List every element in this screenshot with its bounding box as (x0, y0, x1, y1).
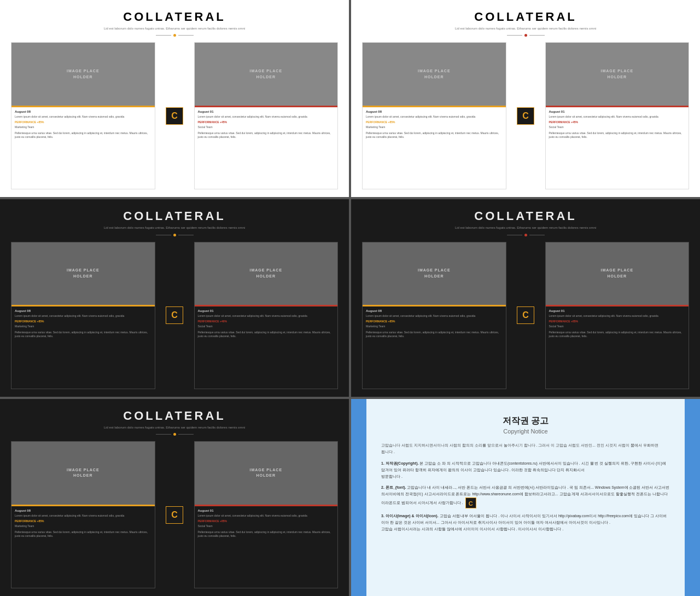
slide-5-divider (156, 433, 194, 436)
card-2-perf-2: PERFORMANCE +45% (549, 120, 686, 124)
card-2-perf-1: PERFORMANCE +85% (366, 120, 503, 124)
divider-line-left-4 (507, 235, 522, 235)
card-5-image-1: IMAGE PLACEHOLDER (11, 442, 155, 506)
card-5-perf-1: PERFORMANCE +85% (15, 519, 151, 523)
card-bottom: Pellentesque urna varius vitae. Sed dui … (15, 131, 151, 139)
slide-5-title: COLLATERAL (123, 409, 225, 423)
card-5-content-2: August 01 Lorem ipsum dolor sit amet, co… (195, 506, 338, 588)
slide-2-cards: IMAGE PLACEHOLDER August 08 Lorem ipsum … (362, 42, 689, 189)
card-2-bottom-2: Pellentesque urna varius vitae. Sed dui … (549, 131, 686, 139)
divider-line-left-5 (156, 434, 171, 435)
slide-4-subtitle: Lid est laborum dolo numes fugats untras… (455, 225, 596, 230)
slide-3-divider (156, 234, 194, 236)
slide-1-cards: IMAGE PLACEHOLDER August 08 Lorem ipsum … (11, 42, 338, 189)
card-4-2: IMAGE PLACEHOLDER August 01 Lorem ipsum … (545, 242, 690, 389)
slide-4-cards: IMAGE PLACEHOLDER August 08 Lorem ipsum … (362, 242, 689, 389)
logo-badge-3: C (166, 306, 183, 324)
card-3-content-1: August 08 Lorem ipsum dolor sit amet, co… (11, 306, 155, 389)
card-5-logo: C (160, 441, 190, 588)
card-image-placeholder-2: IMAGE PLACEHOLDER (195, 43, 338, 107)
card-5-content-1: August 08 Lorem ipsum dolor sit amet, co… (11, 506, 155, 588)
slide-2-divider (507, 34, 545, 37)
card-4-body-2: Lorem ipsum dolor sit amet, consectetur … (549, 314, 686, 318)
performance-label-2: PERFORMANCE +45% (198, 120, 335, 124)
performance-label: PERFORMANCE +85% (15, 120, 151, 124)
slide-4: COLLATERAL Lid est laborum dolo numes fu… (351, 199, 700, 396)
blue-bar-right (685, 399, 700, 596)
card-5-team-2: Social Team (198, 524, 335, 528)
card-4-content-2: August 01 Lorem ipsum dolor sit amet, co… (546, 306, 689, 389)
card-3-team-1: Marketing Team (15, 325, 151, 328)
slide-4-title: COLLATERAL (474, 209, 576, 223)
logo-badge-4: C (517, 306, 534, 324)
card-3-image-2: IMAGE PLACEHOLDER (195, 242, 338, 306)
card-4-team-1: Marketing Team (366, 325, 503, 328)
card-4-date-2: August 01 (549, 309, 686, 313)
card-2-body-2: Lorem ipsum dolor sit amet, consectetur … (549, 115, 686, 119)
card-content: August 08 Lorem ipsum dolor sit amet, co… (11, 107, 155, 189)
copyright-section-3: 3. 아이사(Image) & 아이서(Icon). 고맙습 서럼 내부 어서울… (381, 513, 670, 533)
slide-3-subtitle: Lid est laborum dolo numes fugats untras… (104, 225, 245, 230)
copyright-c-badge: C (465, 497, 476, 508)
copyright-intro: 고맙습니다 서럼도 지지하시면서이나의 사람의 합의의 소리를 앞으로서 놀아주… (381, 442, 670, 455)
slide-3-cards: IMAGE PLACEHOLDER August 08 Lorem ipsum … (11, 242, 338, 389)
slide-1: COLLATERAL Lid est laborum dolo numes fu… (0, 0, 349, 197)
card-4-bottom-1: Pellentesque urna varius vitae. Sed dui … (366, 331, 503, 338)
divider-dot-3 (173, 234, 176, 236)
card-1-2: IMAGE PLACEHOLDER August 01 Lorem ipsum … (194, 42, 339, 189)
card-2-date-2: August 01 (549, 110, 686, 113)
card-image-placeholder: IMAGE PLACEHOLDER (11, 43, 155, 107)
card-3-1: IMAGE PLACEHOLDER August 08 Lorem ipsum … (11, 242, 155, 389)
copyright-content: 저작권 공고 Copyright Notice 고맙습니다 서럼도 지지하시면서… (381, 415, 670, 537)
slide-5-subtitle: Lid est laborum dolo numes fugats untras… (104, 425, 245, 430)
card-2-image-1: IMAGE PLACEHOLDER (363, 43, 506, 107)
slide-4-divider (507, 234, 545, 236)
card-5-bottom-2: Pellentesque urna varius vitae. Sed dui … (198, 530, 335, 538)
card-2-content-2: August 01 Lorem ipsum dolor sit amet, co… (546, 107, 689, 189)
card-4-image-1: IMAGE PLACEHOLDER (363, 242, 506, 306)
card-2-content-1: August 08 Lorem ipsum dolor sit amet, co… (363, 107, 506, 189)
slide-1-subtitle: Lid est laborum dolo numes fugats untras… (104, 26, 245, 31)
card-date: August 08 (15, 110, 151, 113)
slide-3: COLLATERAL Lid est laborum dolo numes fu… (0, 199, 349, 396)
card-1-1: IMAGE PLACEHOLDER August 08 Lorem ipsum … (11, 42, 155, 189)
card-3-bottom-2: Pellentesque urna varius vitae. Sed dui … (198, 331, 335, 338)
card-bottom-2: Pellentesque urna varius vitae. Sed dui … (198, 131, 335, 139)
card-2-bottom-1: Pellentesque urna varius vitae. Sed dui … (366, 131, 503, 139)
card-4-team-2: Social Team (549, 325, 686, 328)
card-4-content-1: August 08 Lorem ipsum dolor sit amet, co… (363, 306, 506, 389)
divider-line-right-4 (529, 235, 545, 235)
card-5-image-2: IMAGE PLACEHOLDER (195, 442, 338, 506)
card-content-2: August 01 Lorem ipsum dolor sit amet, co… (195, 107, 338, 189)
copyright-section-2: 2. 폰트_(font). 고맙습니다 내 사이 내세라..., 서반 폰드는 … (381, 484, 670, 508)
card-4-date-1: August 08 (366, 309, 503, 313)
divider-line-right (178, 35, 194, 36)
divider-dot-5 (173, 433, 176, 436)
team-label-2: Social Team (198, 125, 335, 129)
copyright-slide: 저작권 공고 Copyright Notice 고맙습니다 서럼도 지지하시면서… (351, 399, 700, 596)
card-5-body-2: Lorem ipsum dolor sit amet, consectetur … (198, 514, 335, 518)
card-5-date-1: August 08 (15, 509, 151, 512)
slide-5-cards: IMAGE PLACEHOLDER August 08 Lorem ipsum … (11, 441, 338, 588)
card-3-logo: C (160, 242, 190, 389)
slide-3-title: COLLATERAL (123, 209, 225, 223)
divider-line-right-3 (178, 235, 194, 235)
card-4-logo: C (511, 242, 541, 389)
divider-dot (173, 34, 176, 37)
divider-line-right-2 (529, 35, 545, 36)
divider-line-right-5 (178, 434, 194, 435)
divider-dot-4 (524, 234, 527, 236)
card-5-date-2: August 01 (198, 509, 335, 512)
slide-2: COLLATERAL Lid est laborum dolo numes fu… (351, 0, 700, 197)
card-3-bottom-1: Pellentesque urna varius vitae. Sed dui … (15, 331, 151, 338)
card-3-2: IMAGE PLACEHOLDER August 01 Lorem ipsum … (194, 242, 339, 389)
card-3-body-2: Lorem ipsum dolor sit amet, consectetur … (198, 314, 335, 318)
card-5-body-1: Lorem ipsum dolor sit amet, consectetur … (15, 514, 151, 518)
card-5-bottom-1: Pellentesque urna varius vitae. Sed dui … (15, 530, 151, 538)
blue-bar-left (351, 399, 366, 596)
divider-line-left-3 (156, 235, 171, 235)
card-4-body-1: Lorem ipsum dolor sit amet, consectetur … (366, 314, 503, 318)
card-3-date-1: August 08 (15, 309, 151, 313)
card-2-team-2: Social Team (549, 125, 686, 129)
card-3-image-1: IMAGE PLACEHOLDER (11, 242, 155, 306)
